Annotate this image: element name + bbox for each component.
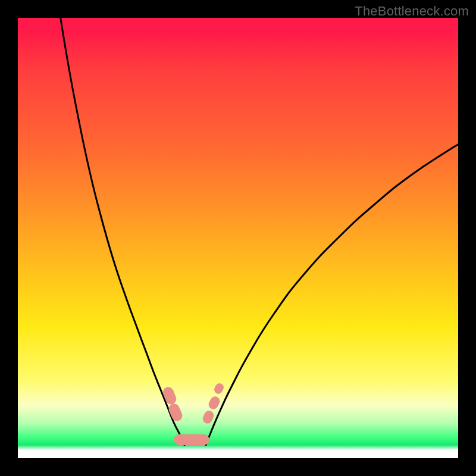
right-curve [206,143,458,445]
watermark-text: TheBottleneck.com [355,4,469,19]
left-curve [60,18,184,445]
marker-bottom-bar [174,434,209,445]
chart-plot-area [18,18,458,458]
outer-frame: TheBottleneck.com [0,0,476,476]
curve-layer [18,18,458,458]
